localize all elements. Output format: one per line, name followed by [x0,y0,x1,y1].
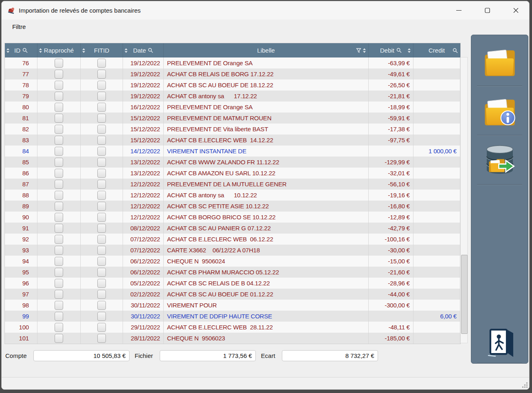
fitid-checkbox[interactable] [97,301,106,310]
fitid-checkbox[interactable] [97,334,106,343]
rapproche-checkbox[interactable] [55,180,63,189]
table-row[interactable]: 9108/12/2022ACHAT CB SC AU PANIER G 07.1… [5,223,460,234]
rapproche-checkbox[interactable] [55,301,63,310]
column-header-fitid[interactable]: FITID [81,43,123,57]
vertical-scrollbar[interactable] [460,57,468,343]
maximize-button[interactable] [478,4,497,18]
sort-icon[interactable] [124,48,128,53]
fitid-checkbox[interactable] [97,323,106,332]
rapproche-checkbox[interactable] [55,334,63,343]
fitid-checkbox[interactable] [97,70,106,79]
rapproche-checkbox[interactable] [55,323,63,332]
fitid-checkbox[interactable] [97,81,106,90]
rapproche-checkbox[interactable] [55,158,63,167]
table-row[interactable]: 7819/12/2022ACHAT CB SC AU BOEUF DE 18.1… [5,79,460,91]
rapproche-checkbox[interactable] [55,290,63,299]
rapproche-checkbox[interactable] [55,103,63,112]
table-row[interactable]: 8912/12/2022ACHAT CB SC PETITE ASIE 10.1… [5,201,460,212]
rapproche-checkbox[interactable] [55,59,63,68]
fitid-checkbox[interactable] [97,169,106,178]
rapproche-checkbox[interactable] [55,114,63,123]
table-row[interactable]: 8812/12/2022ACHAT CB antony sa 10.12.22-… [5,190,460,201]
fitid-checkbox[interactable] [97,213,106,222]
fitid-checkbox[interactable] [97,158,106,167]
table-row[interactable]: 7919/12/2022ACHAT CB antony sa 17.12.22-… [5,91,460,102]
column-header-debit[interactable]: Debit [369,43,413,57]
table-row[interactable]: 9702/12/2022ACHAT CB SC AU BOEUF DE 01.1… [5,289,460,300]
fitid-checkbox[interactable] [97,279,106,288]
search-icon[interactable] [22,48,28,53]
scrollbar-thumb[interactable] [461,255,468,334]
fitid-checkbox[interactable] [97,235,106,244]
fitid-checkbox[interactable] [97,268,106,277]
fitid-checkbox[interactable] [97,202,106,211]
sort-icon[interactable] [363,48,366,53]
fitid-checkbox[interactable] [97,312,106,321]
sort-icon[interactable] [82,48,86,53]
rapproche-checkbox[interactable] [55,70,63,79]
search-icon[interactable] [148,48,153,53]
table-row[interactable]: 10029/11/2022ACHAT CB E.LECLERC WEB 28.1… [5,322,460,333]
table-row[interactable]: 9207/12/2022ACHAT CB E.LECLERC WEB 06.12… [5,234,460,245]
column-header-date[interactable]: Date [123,43,164,57]
table-row[interactable]: 8712/12/2022PRELEVEMENT DE LA MUTUELLE G… [5,179,460,190]
rapproche-checkbox[interactable] [55,136,63,145]
table-row[interactable]: 8613/12/2022ACHAT CB AMAZON EU SARL 10.1… [5,168,460,179]
rapproche-checkbox[interactable] [55,235,63,244]
rapproche-checkbox[interactable] [55,268,63,277]
table-row[interactable]: 9605/12/2022ACHAT CB SC RELAIS DE B 04.1… [5,278,460,289]
rapproche-checkbox[interactable] [55,224,63,233]
table-row[interactable]: 9012/12/2022ACHAT CB BORGO BRICO SE 10.1… [5,212,460,223]
fitid-checkbox[interactable] [97,246,106,255]
close-button[interactable] [506,4,525,18]
fitid-checkbox[interactable] [97,191,106,200]
fitid-checkbox[interactable] [97,224,106,233]
minimize-button[interactable] [449,4,468,18]
rapproche-checkbox[interactable] [55,202,63,211]
rapproche-checkbox[interactable] [55,191,63,200]
fitid-checkbox[interactable] [97,103,106,112]
table-row[interactable]: 9506/12/2022ACHAT CB PHARM MURACCIO 05.1… [5,267,460,278]
sort-icon[interactable] [407,48,411,53]
column-header-libelle[interactable]: Libelle [164,43,369,57]
table-row[interactable]: 8414/12/2022VIREMENT INSTANTANE DE1 000,… [5,146,460,157]
rapproche-checkbox[interactable] [55,125,63,134]
rapproche-checkbox[interactable] [55,147,63,156]
fitid-checkbox[interactable] [97,92,106,101]
fitid-checkbox[interactable] [97,125,106,134]
table-row[interactable]: 8215/12/2022PRELEVEMENT DE Vita liberte … [5,124,460,135]
fichier-total-input[interactable] [160,350,256,361]
search-icon[interactable] [453,48,458,53]
column-header-id[interactable]: ID [5,43,37,57]
sort-icon[interactable] [39,48,42,53]
fitid-checkbox[interactable] [97,136,106,145]
ecart-total-input[interactable] [282,350,378,361]
fitid-checkbox[interactable] [97,59,106,68]
column-header-rapproche[interactable]: Rapproché [37,43,81,57]
import-database-button[interactable] [471,135,528,185]
filter-icon[interactable] [356,48,361,53]
table-row[interactable]: 9406/12/2022CHEQUE N 9506024-15,00 € [5,256,460,267]
table-row[interactable]: 8016/12/2022PRELEVEMENT DE Orange SA-18,… [5,102,460,113]
rapproche-checkbox[interactable] [55,213,63,222]
rapproche-checkbox[interactable] [55,92,63,101]
table-row[interactable]: 8115/12/2022PRELEVEMENT DE MATMUT ROUEN-… [5,113,460,124]
rapproche-checkbox[interactable] [55,81,63,90]
column-header-credit[interactable]: Credit [413,43,460,57]
fitid-checkbox[interactable] [97,290,106,299]
search-icon[interactable] [396,48,402,53]
file-info-button[interactable] [471,86,528,135]
table-row[interactable]: 8315/12/2022ACHAT CB E.LECLERC WEB 14.12… [5,135,460,146]
fitid-checkbox[interactable] [97,114,106,123]
fitid-checkbox[interactable] [97,147,106,156]
compte-total-input[interactable] [33,350,130,361]
exit-button[interactable] [471,321,528,363]
table-row[interactable]: 9307/12/2022CARTE X3662 06/12/22 A 07H18… [5,245,460,256]
rapproche-checkbox[interactable] [55,312,63,321]
sort-icon[interactable] [6,48,10,53]
fitid-checkbox[interactable] [97,180,106,189]
table-row[interactable]: 10128/11/2022CHEQUE N 9506023-185,00 € [5,333,460,344]
table-row[interactable]: 9930/11/2022VIREMENT DE DDFIP HAUTE CORS… [5,311,460,322]
table-row[interactable]: 7719/12/2022ACHAT CB RELAIS DE BORG 17.1… [5,68,460,79]
rapproche-checkbox[interactable] [55,279,63,288]
